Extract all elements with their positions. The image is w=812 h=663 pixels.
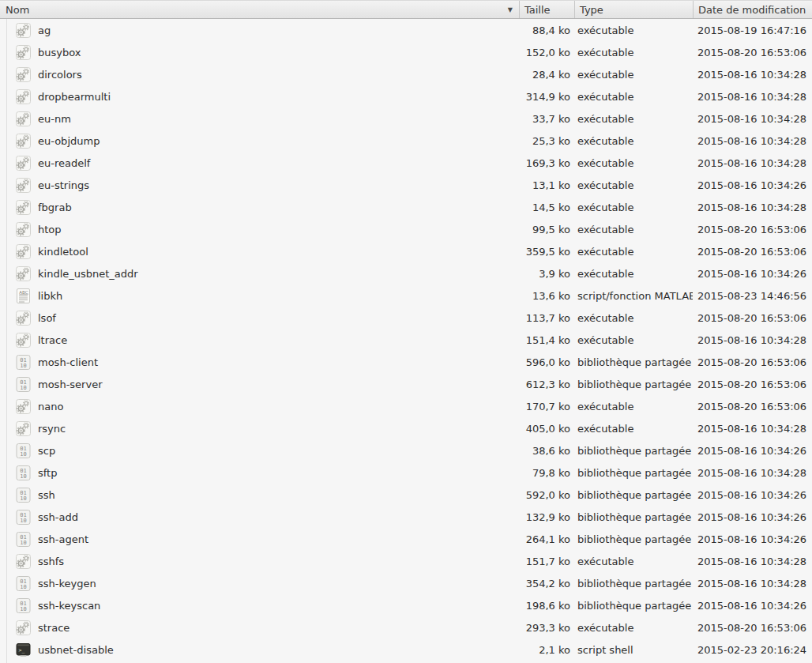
table-row[interactable]: sshfs 151,7 ko exécutable 2015-08-16 10:…	[0, 550, 812, 572]
table-row[interactable]: kindle_usbnet_addr 3,9 ko exécutable 201…	[0, 262, 812, 284]
file-size: 152,0 ko	[519, 47, 574, 58]
file-size: 198,6 ko	[519, 600, 574, 612]
table-row[interactable]: ag 88,4 ko exécutable 2015-08-19 16:47:1…	[0, 19, 812, 41]
table-row[interactable]: dircolors 28,4 ko exécutable 2015-08-16 …	[0, 63, 812, 85]
file-size: 132,9 ko	[519, 511, 574, 523]
file-type: exécutable	[574, 423, 693, 435]
file-modified-date: 2015-08-16 10:34:28	[693, 578, 812, 590]
table-row[interactable]: dropbearmulti 314,9 ko exécutable 2015-0…	[0, 85, 812, 107]
table-row[interactable]: 01 10 ssh-agent 264,1 ko bibliothèque pa…	[0, 528, 812, 550]
file-type: script shell	[574, 644, 693, 656]
column-header-size-label: Taille	[524, 4, 551, 16]
svg-text:>_: >_	[19, 646, 25, 653]
table-row[interactable]: 01 10 ssh-keygen 354,2 ko bibliothèque p…	[0, 572, 812, 594]
table-row[interactable]: ltrace 151,4 ko exécutable 2015-08-16 10…	[0, 329, 812, 351]
table-row[interactable]: eu-nm 33,7 ko exécutable 2015-08-16 10:3…	[0, 107, 812, 130]
file-name: usbnet-disable	[38, 644, 114, 656]
file-type: exécutable	[574, 157, 693, 169]
file-name-cell: >_ usbnet-disable	[0, 642, 519, 657]
file-name: ssh-keyscan	[38, 600, 100, 612]
executable-icon	[16, 399, 31, 414]
file-name: dircolors	[38, 69, 82, 81]
file-name-cell: eu-objdump	[0, 134, 519, 149]
executable-icon	[16, 421, 31, 436]
file-name: nano	[38, 401, 63, 412]
file-name-cell: dropbearmulti	[0, 89, 519, 104]
table-row[interactable]: busybox 152,0 ko exécutable 2015-08-20 1…	[0, 41, 812, 63]
executable-icon	[16, 89, 31, 104]
file-modified-date: 2015-08-16 10:34:26	[693, 600, 812, 612]
file-name: htop	[38, 224, 62, 235]
file-name: ssh-keygen	[38, 578, 96, 590]
file-name-cell: eu-strings	[0, 178, 519, 193]
file-name-cell: eu-readelf	[0, 156, 519, 171]
svg-text:10: 10	[20, 451, 26, 458]
shared-library-icon: 01 10	[16, 443, 31, 458]
file-type: exécutable	[574, 556, 693, 567]
matlab-script-icon: ABC	[16, 288, 31, 303]
file-list: ag 88,4 ko exécutable 2015-08-19 16:47:1…	[0, 19, 812, 663]
table-row[interactable]: >_ usbnet-disable 2,1 ko script shell 20…	[0, 639, 812, 661]
column-header-date[interactable]: Date de modification	[693, 1, 812, 18]
file-type: exécutable	[574, 401, 693, 412]
file-name-cell: 01 10 ssh	[0, 488, 519, 503]
file-modified-date: 2015-08-16 10:34:28	[693, 334, 812, 346]
file-name: ltrace	[38, 334, 67, 346]
table-row[interactable]: 01 10 sftp 79,8 ko bibliothèque partagée…	[0, 461, 812, 484]
table-row[interactable]: ABC libkh 13,6 ko script/fonction MATLAB…	[0, 284, 812, 307]
table-row[interactable]: fbgrab 14,5 ko exécutable 2015-08-16 10:…	[0, 196, 812, 218]
executable-icon	[16, 178, 31, 193]
table-row[interactable]: strace 293,3 ko exécutable 2015-08-20 16…	[0, 616, 812, 639]
file-name: ag	[38, 24, 51, 36]
file-name: ssh-add	[38, 511, 78, 523]
file-name: eu-readelf	[38, 157, 90, 169]
column-header-name[interactable]: Nom ▼	[0, 1, 519, 18]
file-name-cell: strace	[0, 620, 519, 635]
file-name-cell: 01 10 scp	[0, 443, 519, 458]
file-modified-date: 2015-08-20 16:53:06	[693, 622, 812, 634]
table-row[interactable]: lsof 113,7 ko exécutable 2015-08-20 16:5…	[0, 307, 812, 329]
table-row[interactable]: htop 99,5 ko exécutable 2015-08-20 16:53…	[0, 218, 812, 240]
file-modified-date: 2015-08-16 10:34:28	[693, 423, 812, 435]
file-type: exécutable	[574, 113, 693, 125]
table-row[interactable]: 01 10 scp 38,6 ko bibliothèque partagée …	[0, 439, 812, 461]
file-type: exécutable	[574, 179, 693, 191]
table-row[interactable]: rsync 405,0 ko exécutable 2015-08-16 10:…	[0, 417, 812, 439]
table-row[interactable]: 01 10 ssh-add 132,9 ko bibliothèque part…	[0, 506, 812, 528]
file-name: ssh	[38, 489, 55, 501]
file-size: 405,0 ko	[519, 423, 574, 435]
file-type: exécutable	[574, 24, 693, 36]
file-name: scp	[38, 445, 55, 457]
file-size: 293,3 ko	[519, 622, 574, 634]
file-type: exécutable	[574, 135, 693, 147]
file-name-cell: kindle_usbnet_addr	[0, 266, 519, 281]
svg-text:10: 10	[20, 606, 26, 612]
column-header-size[interactable]: Taille	[519, 1, 574, 18]
column-header-type[interactable]: Type	[574, 1, 693, 18]
file-size: 612,3 ko	[519, 379, 574, 390]
file-name-cell: 01 10 ssh-add	[0, 510, 519, 525]
file-name-cell: 01 10 ssh-keygen	[0, 576, 519, 591]
shared-library-icon: 01 10	[16, 598, 31, 613]
table-row[interactable]: kindletool 359,5 ko exécutable 2015-08-2…	[0, 240, 812, 262]
table-row[interactable]: 01 10 mosh-client 596,0 ko bibliothèque …	[0, 351, 812, 373]
file-modified-date: 2015-08-16 10:34:28	[693, 69, 812, 81]
table-row[interactable]: eu-objdump 25,3 ko exécutable 2015-08-16…	[0, 130, 812, 152]
file-size: 596,0 ko	[519, 356, 574, 368]
table-row[interactable]: eu-readelf 169,3 ko exécutable 2015-08-1…	[0, 152, 812, 174]
table-row[interactable]: 01 10 mosh-server 612,3 ko bibliothèque …	[0, 373, 812, 395]
file-type: exécutable	[574, 69, 693, 81]
file-modified-date: 2015-08-23 14:46:56	[693, 290, 812, 302]
file-type: bibliothèque partagée	[574, 533, 693, 545]
table-row[interactable]: 01 10 ssh-keyscan 198,6 ko bibliothèque …	[0, 594, 812, 616]
file-type: exécutable	[574, 268, 693, 280]
file-type: exécutable	[574, 47, 693, 58]
svg-text:10: 10	[20, 473, 26, 480]
table-row[interactable]: nano 170,7 ko exécutable 2015-08-20 16:5…	[0, 395, 812, 417]
file-modified-date: 2015-08-20 16:53:06	[693, 356, 812, 368]
file-modified-date: 2015-08-16 10:34:28	[693, 135, 812, 147]
table-row[interactable]: eu-strings 13,1 ko exécutable 2015-08-16…	[0, 174, 812, 196]
table-row[interactable]: 01 10 ssh 592,0 ko bibliothèque partagée…	[0, 484, 812, 506]
file-name: eu-nm	[38, 113, 71, 125]
file-name-cell: ABC libkh	[0, 288, 519, 303]
